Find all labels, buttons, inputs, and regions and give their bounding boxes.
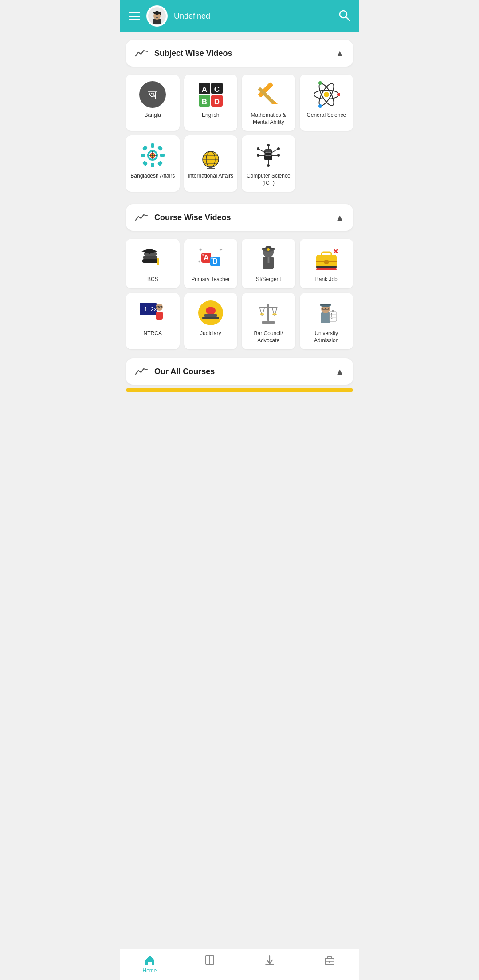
svg-point-7 bbox=[158, 16, 159, 16]
nav-home[interactable]: Home bbox=[137, 954, 163, 974]
course-bank-job[interactable]: Bank Job bbox=[300, 239, 353, 288]
hamburger-menu[interactable] bbox=[129, 12, 140, 20]
svg-text:✦: ✦ bbox=[199, 247, 202, 252]
svg-text:A: A bbox=[202, 85, 207, 94]
course-chevron-icon: ▲ bbox=[335, 213, 344, 223]
svg-rect-112 bbox=[262, 321, 275, 324]
subject-grid-section: অ Bangla A C B D bbox=[120, 71, 359, 196]
course-judiciary[interactable]: Judiciary bbox=[184, 293, 238, 349]
svg-point-118 bbox=[260, 313, 264, 315]
ntrca-icon: 1+2x bbox=[139, 299, 166, 327]
english-icon: A C B D bbox=[197, 81, 224, 108]
svg-rect-123 bbox=[320, 304, 331, 305]
subject-math[interactable]: Mathematics & Mental Ability bbox=[242, 75, 295, 131]
course-grid-section: BCS ✦ ✦ ✦ A B bbox=[120, 235, 359, 354]
svg-rect-37 bbox=[142, 146, 148, 151]
subject-ict[interactable]: Computer Science (ICT) bbox=[242, 135, 295, 192]
course-ntrca[interactable]: 1+2x NTRCA bbox=[126, 293, 180, 349]
ict-icon bbox=[255, 142, 282, 169]
course-university[interactable]: A B C University Admission bbox=[300, 293, 353, 349]
bd-affairs-icon bbox=[139, 142, 166, 169]
bar-council-icon bbox=[255, 299, 282, 327]
math-icon bbox=[255, 81, 282, 108]
bangla-icon: অ bbox=[139, 81, 166, 108]
subject-english[interactable]: A C B D English bbox=[184, 75, 238, 131]
svg-rect-113 bbox=[259, 307, 278, 308]
bd-affairs-label: Bangladesh Affairs bbox=[130, 173, 175, 180]
all-courses-section-header[interactable]: Our All Courses ▲ bbox=[126, 358, 353, 385]
nav-download[interactable] bbox=[256, 954, 283, 974]
university-icon: A B C bbox=[313, 299, 340, 327]
svg-rect-95 bbox=[316, 268, 337, 270]
course-grid: BCS ✦ ✦ ✦ A B bbox=[126, 239, 353, 349]
subject-bd-affairs[interactable]: Bangladesh Affairs bbox=[126, 135, 180, 192]
bar-council-label: Bar Council/ Advocate bbox=[244, 330, 293, 344]
bcs-icon bbox=[139, 245, 166, 273]
svg-rect-35 bbox=[141, 154, 145, 157]
svg-point-58 bbox=[257, 154, 259, 157]
svg-text:অ: অ bbox=[148, 87, 157, 102]
svg-text:C: C bbox=[331, 316, 333, 319]
app-header: Undefined bbox=[120, 0, 359, 32]
header-username: Undefined bbox=[174, 12, 210, 21]
nav-briefcase[interactable] bbox=[316, 954, 343, 974]
svg-line-117 bbox=[275, 308, 277, 314]
intl-affairs-label: International Affairs bbox=[188, 173, 233, 180]
si-icon bbox=[255, 245, 282, 273]
subject-wise-section-header[interactable]: Subject Wise Videos ▲ bbox=[126, 40, 353, 67]
subject-intl-affairs[interactable]: International Affairs bbox=[184, 135, 238, 192]
avatar bbox=[146, 5, 168, 27]
svg-rect-137 bbox=[265, 964, 274, 965]
svg-rect-84 bbox=[266, 246, 271, 248]
svg-point-24 bbox=[324, 92, 329, 97]
course-wise-section-header[interactable]: Course Wise Videos ▲ bbox=[126, 204, 353, 231]
svg-point-119 bbox=[272, 313, 277, 315]
svg-point-6 bbox=[155, 16, 156, 16]
svg-rect-128 bbox=[332, 310, 334, 312]
svg-rect-38 bbox=[157, 146, 163, 151]
svg-line-115 bbox=[263, 308, 264, 314]
course-primary-teacher[interactable]: ✦ ✦ ✦ A B Primary Teacher bbox=[184, 239, 238, 288]
svg-rect-4 bbox=[157, 13, 157, 15]
science-icon bbox=[313, 81, 340, 108]
bank-job-icon bbox=[313, 245, 340, 273]
english-label: English bbox=[202, 112, 219, 119]
subject-science[interactable]: General Science bbox=[300, 75, 353, 131]
svg-point-80 bbox=[211, 257, 213, 259]
svg-rect-120 bbox=[321, 312, 330, 323]
svg-text:✦: ✦ bbox=[198, 260, 201, 264]
section-left: Subject Wise Videos bbox=[135, 48, 232, 59]
bottom-navigation: Home bbox=[120, 949, 359, 980]
search-button[interactable] bbox=[338, 9, 350, 23]
svg-rect-111 bbox=[267, 304, 269, 321]
nav-book[interactable] bbox=[196, 954, 223, 974]
svg-line-9 bbox=[346, 17, 349, 20]
course-section-title: Course Wise Videos bbox=[154, 213, 231, 222]
svg-point-65 bbox=[277, 147, 280, 150]
math-label: Mathematics & Mental Ability bbox=[244, 112, 293, 126]
svg-rect-33 bbox=[151, 143, 154, 148]
svg-point-63 bbox=[257, 147, 259, 150]
course-si[interactable]: SI/Sergent bbox=[242, 239, 295, 288]
svg-point-59 bbox=[277, 154, 280, 157]
svg-text:B: B bbox=[212, 257, 218, 265]
svg-text:A: A bbox=[204, 254, 209, 261]
svg-rect-39 bbox=[142, 161, 148, 166]
svg-rect-40 bbox=[157, 161, 163, 166]
ict-label: Computer Science (ICT) bbox=[244, 173, 293, 186]
course-bar-council[interactable]: Bar Council/ Advocate bbox=[242, 293, 295, 349]
course-bcs[interactable]: BCS bbox=[126, 239, 180, 288]
subject-bangla[interactable]: অ Bangla bbox=[126, 75, 180, 131]
svg-text:C: C bbox=[214, 85, 220, 94]
nav-home-label: Home bbox=[142, 968, 157, 974]
svg-line-116 bbox=[272, 308, 274, 314]
svg-rect-36 bbox=[160, 154, 165, 157]
intl-affairs-icon bbox=[197, 142, 224, 169]
science-label: General Science bbox=[306, 112, 346, 119]
svg-text:1+2x: 1+2x bbox=[144, 306, 157, 312]
primary-teacher-icon: ✦ ✦ ✦ A B bbox=[197, 245, 224, 273]
svg-line-114 bbox=[260, 308, 262, 314]
all-courses-left: Our All Courses bbox=[135, 366, 215, 377]
gold-bar bbox=[126, 388, 353, 392]
svg-rect-71 bbox=[149, 251, 150, 254]
